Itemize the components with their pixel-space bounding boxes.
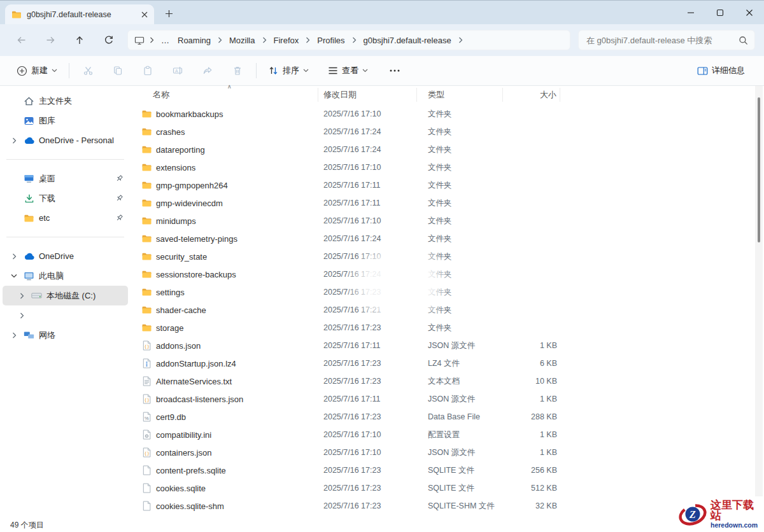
sidebar-item-gallery[interactable]: 图库 xyxy=(3,111,128,130)
sidebar-item-desktop[interactable]: 桌面 xyxy=(3,169,128,188)
table-row[interactable]: compatibility.ini2025/7/16 17:10配置设置1 KB xyxy=(131,426,764,444)
column-header-size[interactable]: 大小 xyxy=(503,88,560,102)
search-input[interactable] xyxy=(585,35,735,46)
scrollbar-track[interactable] xyxy=(755,86,763,519)
table-row[interactable]: sessionstore-backups2025/7/16 17:24文件夹 xyxy=(131,265,764,283)
new-tab-button[interactable] xyxy=(160,6,177,20)
table-row[interactable]: security_state2025/7/16 17:10文件夹 xyxy=(131,248,764,265)
chevron-right-icon[interactable] xyxy=(217,37,223,43)
file-name: bookmarkbackups xyxy=(156,109,223,119)
minimize-button[interactable] xyxy=(676,1,705,25)
table-row[interactable]: extensions2025/7/16 17:10文件夹 xyxy=(131,158,764,176)
file-date-cell: 2025/7/16 17:23 xyxy=(318,377,417,386)
file-list: bookmarkbackups2025/7/16 17:10文件夹crashes… xyxy=(131,105,764,515)
chevron-right-icon[interactable] xyxy=(9,253,19,260)
chevron-right-icon[interactable] xyxy=(351,37,357,43)
table-row[interactable]: {}addons.json2025/7/16 17:11JSON 源文件1 KB xyxy=(131,337,764,354)
breadcrumb-item[interactable]: Roaming xyxy=(176,34,213,46)
chevron-right-icon[interactable] xyxy=(9,332,19,339)
breadcrumb-item[interactable]: g0bsjhi7.default-release xyxy=(362,34,453,46)
file-size-cell: 1 KB xyxy=(503,448,560,457)
table-row[interactable]: content-prefs.sqlite2025/7/16 17:23SQLIT… xyxy=(131,461,764,479)
chevron-right-icon[interactable] xyxy=(458,37,463,43)
forward-button[interactable] xyxy=(36,29,65,52)
sidebar-item-network[interactable]: 网络 xyxy=(3,325,128,345)
sidebar-item-this-pc[interactable]: 此电脑 xyxy=(3,266,128,286)
explorer-tab[interactable]: g0bsjhi7.default-release xyxy=(5,4,154,25)
sidebar-item-downloads[interactable]: 下载 xyxy=(3,188,128,208)
new-button[interactable]: 新建 xyxy=(11,61,62,80)
chevron-right-icon[interactable] xyxy=(262,37,267,43)
file-size-cell: 32 KB xyxy=(503,501,560,510)
refresh-button[interactable] xyxy=(94,29,124,52)
up-button[interactable] xyxy=(65,29,94,52)
cut-icon[interactable] xyxy=(76,60,100,81)
table-row[interactable]: datareporting2025/7/16 17:24文件夹 xyxy=(131,141,764,158)
search-box[interactable] xyxy=(578,30,755,50)
ini-file-icon xyxy=(141,430,152,440)
table-row[interactable]: minidumps2025/7/16 17:10文件夹 xyxy=(131,212,764,230)
back-button[interactable] xyxy=(6,29,36,52)
table-row[interactable]: cookies.sqlite2025/7/16 17:23SQLITE 文件51… xyxy=(131,479,764,497)
table-row[interactable]: gmp-gmpopenh2642025/7/16 17:11文件夹 xyxy=(131,176,764,194)
breadcrumb-item[interactable]: Profiles xyxy=(315,34,346,46)
watermark-domain: heredown.com xyxy=(711,522,761,529)
table-row[interactable]: {}broadcast-listeners.json2025/7/16 17:1… xyxy=(131,390,764,408)
file-type-cell: 文件夹 xyxy=(417,251,503,262)
file-name-cell: datareporting xyxy=(131,144,318,155)
computer-icon[interactable] xyxy=(134,36,145,45)
tab-close-icon[interactable] xyxy=(141,11,148,18)
chevron-right-icon[interactable] xyxy=(17,312,27,319)
tab-bar: g0bsjhi7.default-release xyxy=(0,0,764,24)
sidebar-item-local-disk-c[interactable]: 本地磁盘 (C:) xyxy=(3,286,128,305)
sidebar-divider xyxy=(6,237,124,237)
chevron-right-icon[interactable] xyxy=(149,37,155,43)
sidebar-item-etc[interactable]: etc xyxy=(3,208,128,228)
table-row[interactable]: shader-cache2025/7/16 17:21文件夹 xyxy=(131,301,764,319)
file-date-cell: 2025/7/16 17:11 xyxy=(318,395,417,403)
column-header-name[interactable]: 名称 xyxy=(131,88,318,102)
scrollbar-thumb[interactable] xyxy=(758,97,760,242)
sidebar-item-collapsed-item[interactable] xyxy=(3,305,128,325)
table-row[interactable]: settings2025/7/16 17:23文件夹 xyxy=(131,283,764,301)
sidebar-item-home[interactable]: 主文件夹 xyxy=(3,91,128,111)
close-button[interactable] xyxy=(735,1,764,25)
delete-icon[interactable] xyxy=(225,60,250,81)
column-header-date[interactable]: 修改日期 xyxy=(318,88,417,102)
breadcrumb-item[interactable]: Firefox xyxy=(272,34,301,46)
table-row[interactable]: addonStartup.json.lz42025/7/16 17:23LZ4 … xyxy=(131,354,764,372)
address-bar[interactable]: … RoamingMozillaFirefoxProfilesg0bsjhi7.… xyxy=(127,30,570,50)
more-options-button[interactable] xyxy=(385,66,405,76)
table-row[interactable]: saved-telemetry-pings2025/7/16 17:24文件夹 xyxy=(131,230,764,248)
view-button[interactable]: 查看 xyxy=(323,61,373,80)
paste-icon[interactable] xyxy=(136,60,160,81)
chevron-right-icon[interactable] xyxy=(17,293,27,299)
file-size-cell: 10 KB xyxy=(503,377,560,386)
file-type-cell: SQLITE 文件 xyxy=(417,465,503,476)
table-row[interactable]: AlternateServices.txt2025/7/16 17:23文本文档… xyxy=(131,372,764,390)
table-row[interactable]: %cert9.db2025/7/16 17:23Data Base File28… xyxy=(131,408,764,426)
table-row[interactable]: cookies.sqlite-shm2025/7/16 17:23SQLITE-… xyxy=(131,497,764,515)
sidebar-item-onedrive-personal[interactable]: OneDrive - Personal xyxy=(3,130,128,150)
share-icon[interactable] xyxy=(195,60,220,81)
copy-icon[interactable] xyxy=(106,60,130,81)
table-row[interactable]: {}containers.json2025/7/16 17:10JSON 源文件… xyxy=(131,444,764,461)
table-row[interactable]: crashes2025/7/16 17:24文件夹 xyxy=(131,123,764,141)
details-pane-button[interactable]: 详细信息 xyxy=(692,61,750,80)
new-button-label: 新建 xyxy=(31,65,48,76)
search-icon[interactable] xyxy=(739,36,748,45)
sidebar-item-onedrive[interactable]: OneDrive xyxy=(3,246,128,266)
maximize-button[interactable] xyxy=(705,1,735,25)
breadcrumb-overflow[interactable]: … xyxy=(159,34,171,46)
file-list-area: 名称∧修改日期类型大小 bookmarkbackups2025/7/16 17:… xyxy=(131,86,764,519)
sort-button[interactable]: 排序 xyxy=(263,61,314,80)
chevron-down-icon[interactable] xyxy=(9,274,19,278)
breadcrumb-item[interactable]: Mozilla xyxy=(227,34,257,46)
chevron-right-icon[interactable] xyxy=(9,137,19,144)
chevron-right-icon[interactable] xyxy=(305,37,311,43)
rename-icon[interactable]: A xyxy=(166,60,190,81)
table-row[interactable]: storage2025/7/16 17:23文件夹 xyxy=(131,319,764,337)
table-row[interactable]: gmp-widevinecdm2025/7/16 17:11文件夹 xyxy=(131,194,764,212)
column-header-type[interactable]: 类型 xyxy=(417,88,503,102)
table-row[interactable]: bookmarkbackups2025/7/16 17:10文件夹 xyxy=(131,105,764,123)
